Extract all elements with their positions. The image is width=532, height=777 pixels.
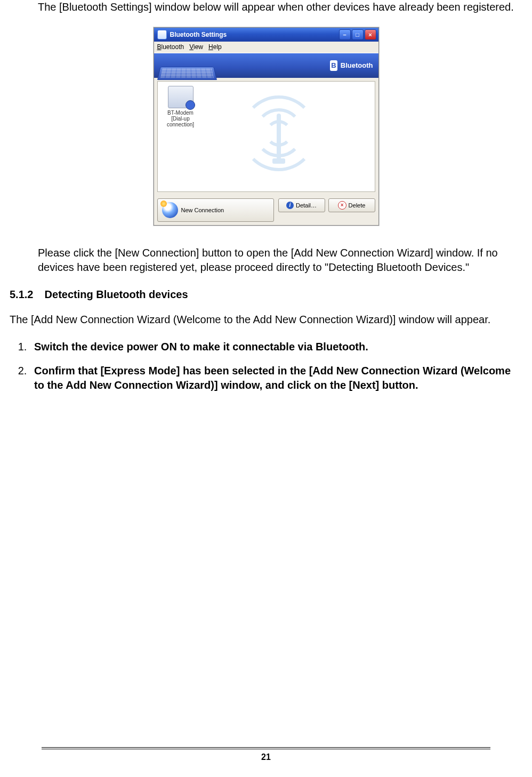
new-connection-icon: [162, 202, 178, 218]
new-connection-button[interactable]: New Connection: [157, 198, 274, 222]
window-title: Bluetooth Settings: [170, 30, 339, 39]
new-connection-label: New Connection: [181, 206, 224, 214]
bluetooth-logo-icon: B: [330, 60, 337, 71]
maximize-button[interactable]: □: [352, 29, 364, 40]
signal-watermark-icon: [272, 114, 285, 164]
step-item: Switch the device power ON to make it co…: [30, 340, 522, 354]
section-title: Detecting Bluetooth devices: [45, 289, 188, 300]
delete-label: Delete: [349, 202, 366, 210]
app-icon: [157, 30, 167, 39]
intro-paragraph: The [Bluetooth Settings] window below wi…: [38, 0, 522, 14]
detail-label: Detail…: [296, 202, 317, 210]
window-banner: B Bluetooth: [154, 53, 378, 78]
menu-bluetooth[interactable]: Bluetooth: [157, 43, 184, 51]
device-label: BT-Modem [Dial-up connection]: [162, 110, 199, 127]
step-text: Switch the device power ON to make it co…: [34, 341, 368, 353]
step-item: Confirm that [Express Mode] has been sel…: [30, 364, 522, 392]
detail-button[interactable]: i Detail…: [278, 198, 325, 212]
keyboard-graphic-icon: [157, 67, 217, 80]
modem-device-icon: [168, 86, 194, 108]
banner-label: Bluetooth: [341, 61, 373, 70]
menu-view[interactable]: View: [189, 43, 203, 51]
close-button[interactable]: ×: [365, 29, 376, 40]
device-list-pane: BT-Modem [Dial-up connection]: [157, 81, 375, 192]
menu-bar: Bluetooth View Help: [154, 42, 378, 53]
page-footer: 21: [42, 747, 490, 763]
window-titlebar: Bluetooth Settings – □ ×: [154, 28, 378, 42]
bluetooth-settings-window: Bluetooth Settings – □ × Bluetooth View …: [154, 27, 379, 226]
section-number: 5.1.2: [10, 287, 42, 302]
info-icon: i: [286, 202, 294, 209]
delete-button[interactable]: × Delete: [328, 198, 375, 212]
followup-paragraph: Please click the [New Connection] button…: [38, 246, 522, 275]
step-text: Confirm that [Express Mode] has been sel…: [34, 365, 511, 391]
page-number: 21: [261, 752, 271, 762]
minimize-button[interactable]: –: [339, 29, 351, 40]
delete-icon: ×: [338, 201, 346, 210]
section-heading: 5.1.2 Detecting Bluetooth devices: [10, 287, 522, 302]
section-paragraph: The [Add New Connection Wizard (Welcome …: [10, 313, 522, 327]
menu-help[interactable]: Help: [208, 43, 222, 51]
device-item[interactable]: BT-Modem [Dial-up connection]: [162, 86, 199, 127]
